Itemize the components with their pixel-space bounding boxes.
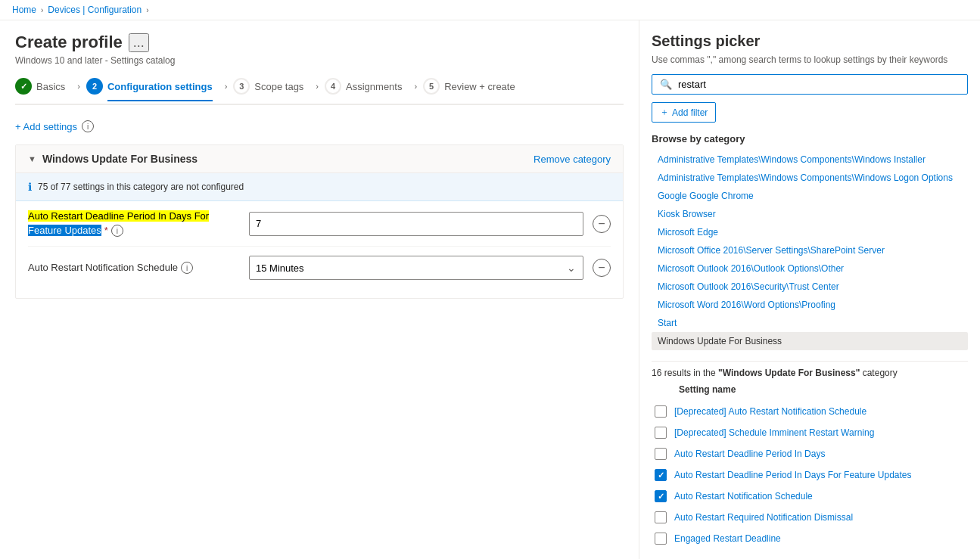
top-bar: Home › Devices | Configuration ›: [0, 0, 980, 20]
main-layout: Create profile ... Windows 10 and later …: [0, 20, 980, 559]
page-title: Create profile: [15, 33, 123, 52]
step-circle-scope: 3: [233, 78, 250, 95]
step-scope[interactable]: 3 Scope tags: [233, 78, 316, 95]
setting-label-1a: Auto Restart Deadline Period In Days For: [28, 210, 209, 222]
result-checkbox-4[interactable]: [655, 490, 667, 502]
result-label-1[interactable]: [Deprecated] Schedule Imminent Restart W…: [674, 427, 874, 438]
setting-info-icon-2[interactable]: i: [181, 262, 193, 274]
step-circle-configuration: 2: [86, 78, 103, 95]
category-item-1[interactable]: Administrative Templates\Windows Compone…: [652, 169, 968, 187]
add-filter-label: Add filter: [672, 107, 708, 118]
results-header: 16 results in the "Windows Update For Bu…: [652, 361, 968, 378]
category-item-3[interactable]: Kiosk Browser: [652, 205, 968, 223]
category-item-5[interactable]: Microsoft Office 2016\Server Settings\Sh…: [652, 241, 968, 259]
result-label-4[interactable]: Auto Restart Notification Schedule: [674, 491, 813, 502]
info-banner-icon: ℹ: [28, 181, 32, 193]
breadcrumb-sep1: ›: [41, 6, 43, 14]
result-checkbox-2[interactable]: [655, 448, 667, 460]
result-checkbox-5[interactable]: [655, 511, 667, 523]
category-item-0[interactable]: Administrative Templates\Windows Compone…: [652, 151, 968, 169]
step-label-basics: Basics: [36, 81, 65, 92]
category-section: ▼ Windows Update For Business Remove cat…: [15, 144, 624, 299]
page-subtitle: Windows 10 and later - Settings catalog: [15, 55, 624, 66]
category-item-4[interactable]: Microsoft Edge: [652, 223, 968, 241]
step-circle-basics: ✓: [15, 78, 32, 95]
result-item-4: Auto Restart Notification Schedule: [652, 486, 968, 507]
result-label-5[interactable]: Auto Restart Required Notification Dismi…: [674, 512, 853, 523]
wizard-steps: ✓ Basics › 2 Configuration settings › 3 …: [15, 78, 624, 105]
add-settings-button[interactable]: + Add settings: [15, 121, 77, 132]
category-item-6[interactable]: Microsoft Outlook 2016\Outlook Options\O…: [652, 259, 968, 278]
remove-setting-button-2[interactable]: −: [593, 259, 611, 277]
step-label-review: Review + create: [444, 81, 515, 92]
breadcrumb: Home › Devices | Configuration ›: [12, 5, 968, 15]
result-item-0: [Deprecated] Auto Restart Notification S…: [652, 401, 968, 422]
category-item-7[interactable]: Microsoft Outlook 2016\Security\Trust Ce…: [652, 278, 968, 296]
picker-title: Settings picker: [652, 33, 968, 50]
category-item-2[interactable]: Google Google Chrome: [652, 187, 968, 205]
step-configuration[interactable]: 2 Configuration settings: [86, 78, 225, 95]
remove-setting-button-1[interactable]: −: [593, 215, 611, 233]
add-filter-plus: ＋: [660, 106, 669, 119]
step-basics[interactable]: ✓ Basics: [15, 78, 77, 95]
category-chevron[interactable]: ▼: [28, 154, 36, 163]
add-settings-row: + Add settings i: [15, 120, 624, 132]
breadcrumb-devices[interactable]: Devices | Configuration: [48, 5, 142, 15]
setting-label-col-2: Auto Restart Notification Schedule i: [28, 262, 240, 274]
result-item-5: Auto Restart Required Notification Dismi…: [652, 507, 968, 528]
result-checkbox-6[interactable]: [655, 533, 667, 545]
setting-label-1b: Feature Updates: [28, 225, 101, 236]
settings-picker-panel: Settings picker Use commas "," among sea…: [639, 20, 980, 559]
setting-name-header: Setting name: [652, 384, 968, 395]
breadcrumb-home[interactable]: Home: [12, 5, 36, 15]
category-item-9[interactable]: Start: [652, 314, 968, 332]
setting-info-icon-1[interactable]: i: [111, 225, 123, 237]
result-label-6[interactable]: Engaged Restart Deadline: [674, 533, 781, 544]
result-checkbox-0[interactable]: [655, 405, 667, 418]
setting-input-1[interactable]: [249, 212, 583, 236]
setting-control-2: 15 Minutes 30 Minutes 60 Minutes 4 Hours…: [249, 256, 583, 280]
search-box: 🔍: [652, 74, 968, 95]
add-filter-button[interactable]: ＋ Add filter: [652, 102, 716, 123]
result-checkbox-1[interactable]: [655, 427, 667, 439]
search-icon: 🔍: [660, 79, 672, 90]
setting-row-2: Auto Restart Notification Schedule i 15 …: [28, 256, 611, 289]
browse-by-category-title: Browse by category: [652, 133, 968, 144]
more-button[interactable]: ...: [129, 33, 149, 52]
required-star-1: *: [104, 225, 108, 236]
step-assignments[interactable]: 4 Assignments: [325, 78, 414, 95]
page-title-row: Create profile ...: [15, 33, 624, 52]
category-title: Windows Update For Business: [42, 153, 198, 165]
result-item-2: Auto Restart Deadline Period In Days: [652, 443, 968, 464]
result-checkbox-3[interactable]: [655, 469, 667, 481]
setting-label-col-1: Auto Restart Deadline Period In Days For…: [28, 210, 240, 237]
results-list: [Deprecated] Auto Restart Notification S…: [652, 401, 968, 549]
result-item-6: Engaged Restart Deadline: [652, 528, 968, 549]
category-item-8[interactable]: Microsoft Word 2016\Word Options\Proofin…: [652, 296, 968, 314]
category-list: Administrative Templates\Windows Compone…: [652, 151, 968, 350]
setting-control-1: [249, 212, 583, 236]
info-banner: ℹ 75 of 77 settings in this category are…: [16, 173, 623, 201]
step-label-assignments: Assignments: [346, 81, 402, 92]
step-label-scope: Scope tags: [254, 81, 303, 92]
info-banner-text: 75 of 77 settings in this category are n…: [38, 182, 244, 192]
search-input[interactable]: [678, 79, 960, 90]
result-label-2[interactable]: Auto Restart Deadline Period In Days: [674, 449, 825, 459]
setting-select-2[interactable]: 15 Minutes 30 Minutes 60 Minutes 4 Hours…: [249, 256, 583, 280]
step-circle-review: 5: [423, 78, 440, 95]
result-item-1: [Deprecated] Schedule Imminent Restart W…: [652, 422, 968, 443]
category-title-row: ▼ Windows Update For Business: [28, 153, 198, 165]
category-header: ▼ Windows Update For Business Remove cat…: [16, 145, 623, 173]
result-label-3[interactable]: Auto Restart Deadline Period In Days For…: [674, 470, 912, 480]
settings-body: Auto Restart Deadline Period In Days For…: [16, 201, 623, 298]
step-review[interactable]: 5 Review + create: [423, 78, 527, 95]
picker-subtitle: Use commas "," among search terms to loo…: [652, 54, 968, 65]
result-label-0[interactable]: [Deprecated] Auto Restart Notification S…: [674, 406, 866, 417]
category-item-10[interactable]: Windows Update For Business: [652, 332, 968, 350]
add-settings-info-icon[interactable]: i: [82, 120, 94, 132]
setting-label-2: Auto Restart Notification Schedule: [28, 262, 178, 273]
remove-category-button[interactable]: Remove category: [534, 154, 611, 165]
step-label-configuration: Configuration settings: [107, 81, 213, 101]
breadcrumb-sep2: ›: [146, 6, 148, 14]
left-panel: Create profile ... Windows 10 and later …: [0, 20, 639, 559]
